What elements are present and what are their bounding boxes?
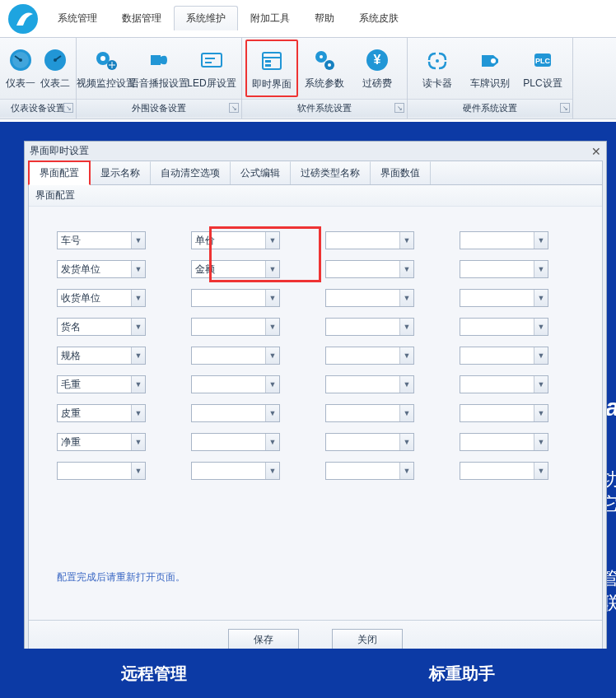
combo-r2-c2[interactable]: ▼ [325, 289, 414, 307]
dialog-tab-5[interactable]: 界面数值 [371, 161, 431, 184]
group-launcher-icon[interactable]: ↘ [229, 103, 239, 113]
chevron-down-icon[interactable]: ▼ [534, 347, 548, 364]
menu-tab-5[interactable]: 系统皮肤 [347, 6, 411, 30]
combo-r4-c2[interactable]: ▼ [325, 347, 414, 365]
group-launcher-icon[interactable]: ↘ [394, 103, 404, 113]
combo-r3-c0[interactable]: 货名▼ [57, 318, 146, 336]
dialog-tab-3[interactable]: 公式编辑 [231, 161, 291, 184]
menu-tab-3[interactable]: 附加工具 [238, 6, 302, 30]
combo-r7-c2[interactable]: ▼ [325, 433, 414, 451]
combo-r4-c0[interactable]: 规格▼ [57, 347, 146, 365]
ribbon-系统参数[interactable]: 系统参数 [298, 40, 351, 97]
combo-r5-c2[interactable]: ▼ [325, 375, 414, 393]
combo-r1-c1[interactable]: 金额▼ [191, 260, 280, 278]
ribbon-语音播报设置[interactable]: 语音播报设置 [133, 40, 185, 97]
combo-r3-c1[interactable]: ▼ [191, 318, 280, 336]
chevron-down-icon[interactable]: ▼ [399, 405, 413, 421]
combo-r2-c0[interactable]: 收货单位▼ [57, 289, 146, 307]
combo-r4-c1[interactable]: ▼ [191, 347, 280, 365]
combo-r0-c3[interactable]: ▼ [460, 231, 548, 249]
combo-r8-c2[interactable]: ▼ [325, 462, 414, 480]
combo-r5-c0[interactable]: 毛重▼ [57, 375, 146, 393]
combo-r5-c1[interactable]: ▼ [191, 375, 280, 393]
chevron-down-icon[interactable]: ▼ [131, 319, 145, 335]
chevron-down-icon[interactable]: ▼ [534, 434, 548, 450]
chevron-down-icon[interactable]: ▼ [265, 405, 279, 421]
combo-r6-c2[interactable]: ▼ [325, 404, 414, 422]
chevron-down-icon[interactable]: ▼ [265, 434, 279, 450]
dialog-close-icon[interactable]: ✕ [591, 145, 601, 158]
combo-r1-c3[interactable]: ▼ [460, 260, 548, 278]
combo-r8-c3[interactable]: ▼ [460, 462, 548, 480]
chevron-down-icon[interactable]: ▼ [534, 463, 548, 479]
combo-r0-c0[interactable]: 车号▼ [57, 231, 146, 249]
ribbon-LED屏设置[interactable]: LED屏设置 [185, 40, 238, 97]
chevron-down-icon[interactable]: ▼ [265, 290, 279, 306]
ribbon-视频监控设置[interactable]: 视频监控设置 [80, 40, 133, 97]
combo-r0-c1[interactable]: 单价▼ [191, 231, 280, 249]
chevron-down-icon[interactable]: ▼ [131, 347, 145, 364]
combo-r6-c1[interactable]: ▼ [191, 404, 280, 422]
chevron-down-icon[interactable]: ▼ [399, 347, 413, 364]
chevron-down-icon[interactable]: ▼ [131, 405, 145, 421]
chevron-down-icon[interactable]: ▼ [534, 376, 548, 393]
combo-r8-c0[interactable]: ▼ [57, 462, 146, 480]
combo-r1-c0[interactable]: 发货单位▼ [57, 260, 146, 278]
chevron-down-icon[interactable]: ▼ [534, 232, 548, 249]
dialog-titlebar[interactable]: 界面即时设置 ✕ [25, 142, 606, 161]
chevron-down-icon[interactable]: ▼ [534, 405, 548, 421]
chevron-down-icon[interactable]: ▼ [131, 232, 145, 249]
chevron-down-icon[interactable]: ▼ [534, 319, 548, 335]
save-button[interactable]: 保存 [228, 629, 299, 650]
chevron-down-icon[interactable]: ▼ [399, 319, 413, 335]
dialog-tab-1[interactable]: 显示名称 [91, 161, 151, 184]
ribbon-即时界面[interactable]: 即时界面 [245, 40, 298, 97]
chevron-down-icon[interactable]: ▼ [399, 290, 413, 306]
combo-r5-c3[interactable]: ▼ [460, 375, 548, 393]
group-launcher-icon[interactable]: ↘ [560, 103, 570, 113]
chevron-down-icon[interactable]: ▼ [265, 463, 279, 479]
dialog-tab-0[interactable]: 界面配置 [28, 161, 91, 185]
combo-r2-c1[interactable]: ▼ [191, 289, 280, 307]
chevron-down-icon[interactable]: ▼ [265, 319, 279, 335]
ribbon-仪表一[interactable]: 仪表一 [3, 40, 38, 97]
combo-r4-c3[interactable]: ▼ [460, 347, 548, 365]
combo-r6-c3[interactable]: ▼ [460, 404, 548, 422]
chevron-down-icon[interactable]: ▼ [131, 261, 145, 277]
dialog-tab-2[interactable]: 自动清空选项 [151, 161, 231, 184]
chevron-down-icon[interactable]: ▼ [131, 434, 145, 450]
ribbon-过磅费[interactable]: ¥过磅费 [351, 40, 404, 97]
chevron-down-icon[interactable]: ▼ [399, 232, 413, 249]
combo-r7-c0[interactable]: 净重▼ [57, 433, 146, 451]
combo-r7-c1[interactable]: ▼ [191, 433, 280, 451]
combo-r0-c2[interactable]: ▼ [325, 231, 414, 249]
chevron-down-icon[interactable]: ▼ [131, 376, 145, 393]
chevron-down-icon[interactable]: ▼ [399, 376, 413, 393]
ribbon-车牌识别[interactable]: 车牌识别 [464, 40, 516, 97]
chevron-down-icon[interactable]: ▼ [399, 434, 413, 450]
chevron-down-icon[interactable]: ▼ [265, 261, 279, 277]
ribbon-读卡器[interactable]: 读卡器 [411, 40, 464, 97]
combo-r3-c3[interactable]: ▼ [460, 318, 548, 336]
chevron-down-icon[interactable]: ▼ [534, 261, 548, 277]
ribbon-PLC设置[interactable]: PLCPLC设置 [516, 40, 569, 97]
chevron-down-icon[interactable]: ▼ [265, 347, 279, 364]
close-button[interactable]: 关闭 [332, 629, 403, 650]
menu-tab-4[interactable]: 帮助 [302, 6, 347, 30]
chevron-down-icon[interactable]: ▼ [399, 463, 413, 479]
chevron-down-icon[interactable]: ▼ [265, 376, 279, 393]
chevron-down-icon[interactable]: ▼ [131, 463, 145, 479]
chevron-down-icon[interactable]: ▼ [399, 261, 413, 277]
menu-tab-0[interactable]: 系统管理 [45, 6, 110, 30]
group-launcher-icon[interactable]: ↘ [63, 103, 73, 113]
menu-tab-2[interactable]: 系统维护 [174, 6, 238, 30]
chevron-down-icon[interactable]: ▼ [265, 232, 279, 249]
combo-r3-c2[interactable]: ▼ [325, 318, 414, 336]
combo-r1-c2[interactable]: ▼ [325, 260, 414, 278]
menu-tab-1[interactable]: 数据管理 [110, 6, 174, 30]
dialog-tab-4[interactable]: 过磅类型名称 [291, 161, 371, 184]
combo-r8-c1[interactable]: ▼ [191, 462, 280, 480]
combo-r7-c3[interactable]: ▼ [460, 433, 548, 451]
ribbon-仪表二[interactable]: 仪表二 [38, 40, 72, 97]
combo-r6-c0[interactable]: 皮重▼ [57, 404, 146, 422]
